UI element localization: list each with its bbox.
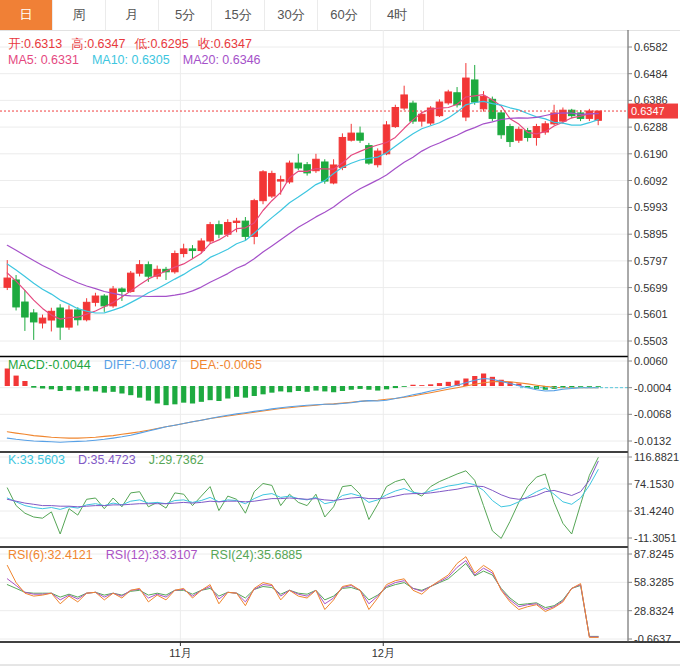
tab-30min[interactable]: 30分 [265,0,318,30]
ma20-value: MA20: 0.6346 [183,53,261,67]
y-tick-label: 0.0060 [634,355,668,367]
candle [4,278,11,287]
candle [119,289,126,291]
ohlc-low: 低:0.6295 [134,37,188,51]
kline-app: 日周月5分15分30分60分4时 开:0.6313高:0.6347低:0.629… [0,0,680,670]
y-tick-label: 31.4240 [634,505,674,517]
candle [242,221,249,236]
candle [357,133,364,140]
rsi-header: RSI(6):32.4121RSI(12):33.3107RSI(24):35.… [8,548,315,562]
axis-labels: 0.65820.64840.63860.62880.61900.60920.59… [169,41,679,659]
y-tick-label: 0.6190 [634,148,668,160]
y-tick-label: -0.0068 [634,408,671,420]
macd-panel [5,369,628,443]
candle [471,80,478,102]
candle [92,296,99,302]
y-tick-label: 0.6484 [634,68,668,80]
candle [419,114,426,121]
candle [260,172,267,201]
dea-value: DEA:-0.0065 [190,358,262,372]
candle [498,113,505,135]
ma5-value: MA5: 0.6331 [8,53,79,67]
rsi6-value: RSI(6):32.4121 [8,548,93,562]
y-tick-label: 58.3285 [634,576,674,588]
y-tick-label: 0.6092 [634,175,668,187]
candle [207,225,214,241]
tab-60min[interactable]: 60分 [318,0,371,30]
candlesticks [4,63,601,340]
rsi24-value: RSI(24):35.6885 [211,548,303,562]
candle [180,249,187,254]
rsi-panel [7,557,598,638]
ohlc-open: 开:0.6313 [8,37,62,51]
candle [516,129,523,140]
tab-month[interactable]: 月 [106,0,159,30]
kdj-panel [7,458,598,539]
x-tick-label: 11月 [169,647,191,659]
tab-5min[interactable]: 5分 [159,0,212,30]
candle [75,310,82,320]
y-tick-label: 0.6288 [634,121,668,133]
ma-header: MA5: 0.6331MA10: 0.6305MA20: 0.6346 [8,53,274,67]
d-value: D:35.4723 [78,453,136,467]
candle [198,241,205,251]
y-tick-label: 0.5895 [634,228,668,240]
macd-header: MACD:-0.0044DIFF:-0.0087DEA:-0.0065 [8,358,275,372]
j-value: J:29.7362 [149,453,204,467]
ma10-value: MA10: 0.6305 [92,53,170,67]
candle [348,133,355,140]
candle [172,254,179,272]
candle [136,265,143,273]
candle [480,97,487,109]
candle [295,163,302,168]
candle [507,127,514,142]
diff-value: DIFF:-0.0087 [104,358,178,372]
y-tick-label: 116.8821 [634,451,679,463]
y-tick-label: 0.5993 [634,201,668,213]
macd-value: MACD:-0.0044 [8,358,91,372]
ohlc-header: 开:0.6313高:0.6347低:0.6295收:0.6347 [8,36,261,53]
timeframe-tabbar: 日周月5分15分30分60分4时 [0,0,680,31]
candle [445,92,452,103]
k-value: K:33.5603 [8,453,65,467]
price-marker: 0.6347 [0,104,678,119]
tab-15min[interactable]: 15分 [212,0,265,30]
y-tick-label: 0.5797 [634,255,668,267]
tab-4hour[interactable]: 4时 [371,0,424,30]
candle [286,163,293,182]
last-price-badge-text: 0.6347 [631,105,665,117]
candle [101,296,108,306]
candle [30,313,37,322]
candle [127,273,134,291]
y-tick-label: 0.5503 [634,335,668,347]
candle [560,110,567,121]
y-tick-label: -0.0132 [634,435,671,447]
y-tick-label: 87.8245 [634,548,674,560]
candle [401,95,408,108]
candle [22,302,29,317]
candle [145,265,152,276]
ohlc-high: 高:0.6347 [71,37,125,51]
y-tick-label: -0.6637 [634,633,671,645]
candle [277,180,284,181]
y-tick-label: 74.1530 [634,478,674,490]
y-tick-label: 28.8324 [634,605,674,617]
y-tick-label: -0.0004 [634,382,671,394]
ohlc-close: 收:0.6347 [198,37,252,51]
y-tick-label: 0.5699 [634,282,668,294]
candle [392,107,399,126]
candle [233,221,240,222]
y-tick-label: 0.6582 [634,41,668,53]
candle [39,318,46,323]
candle [189,249,196,251]
candle [533,127,540,138]
x-tick-label: 12月 [372,647,395,659]
chart-canvas[interactable]: 0.65820.64840.63860.62880.61900.60920.59… [0,30,680,670]
rsi12-value: RSI(12):33.3107 [106,548,198,562]
tab-day[interactable]: 日 [0,0,53,30]
y-tick-label: 0.5601 [634,308,668,320]
candle [216,225,223,235]
y-tick-label: -11.3051 [634,532,677,544]
candle [269,173,276,196]
tab-week[interactable]: 周 [53,0,106,30]
